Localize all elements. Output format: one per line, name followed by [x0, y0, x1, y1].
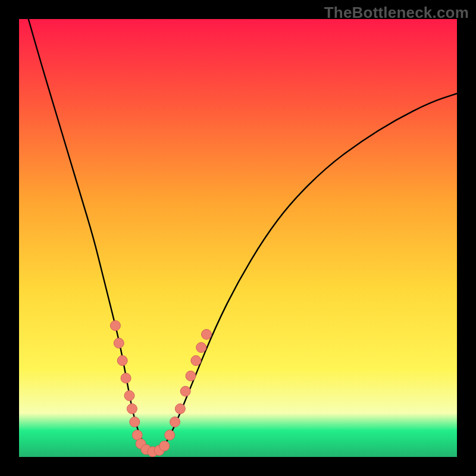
- curve-marker: [191, 356, 201, 366]
- curve-marker: [110, 321, 120, 331]
- curve-marker: [186, 371, 196, 381]
- gradient-background: [19, 19, 457, 457]
- curve-marker: [124, 390, 134, 400]
- curve-marker: [114, 338, 124, 348]
- curve-marker: [121, 373, 131, 383]
- curve-marker: [196, 343, 206, 353]
- curve-marker: [202, 329, 212, 339]
- curve-marker: [175, 404, 185, 414]
- plot-area: [19, 19, 457, 457]
- watermark-label: TheBottleneck.com: [324, 4, 469, 22]
- curve-marker: [159, 441, 170, 451]
- curve-marker: [165, 430, 175, 440]
- curve-marker: [117, 356, 127, 366]
- curve-marker: [180, 386, 190, 396]
- curve-marker: [130, 417, 140, 427]
- chart-frame: TheBottleneck.com: [0, 0, 476, 476]
- curve-marker: [127, 404, 137, 414]
- chart-canvas: [19, 19, 457, 457]
- curve-marker: [170, 417, 180, 427]
